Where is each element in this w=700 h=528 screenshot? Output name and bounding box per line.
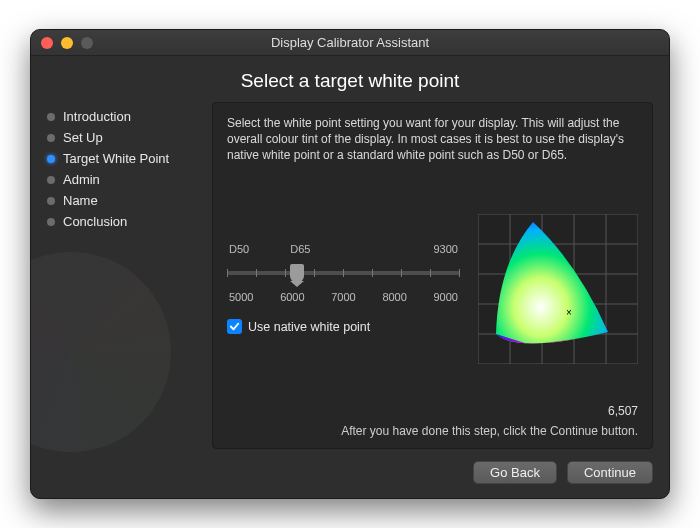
tick-label: D65 (290, 243, 310, 255)
step-dot-icon (47, 113, 55, 121)
sidebar-item-label: Introduction (63, 109, 131, 124)
gamut-diagram: × (478, 214, 638, 364)
tick-label: 7000 (331, 291, 355, 303)
tick-label: 6000 (280, 291, 304, 303)
sidebar-item-label: Name (63, 193, 98, 208)
description-text: Select the white point setting you want … (227, 115, 638, 164)
slider-bottom-labels: 5000 6000 7000 8000 9000 (229, 291, 458, 303)
tick-label: 9300 (434, 243, 458, 255)
sidebar: Introduction Set Up Target White Point A… (47, 102, 212, 449)
svg-text:×: × (566, 307, 572, 318)
continue-button[interactable]: Continue (567, 461, 653, 484)
maximize-icon (81, 37, 93, 49)
sidebar-item-setup: Set Up (47, 127, 212, 148)
tick-label: D50 (229, 243, 249, 255)
traffic-lights (31, 37, 93, 49)
sidebar-item-target-white-point: Target White Point (47, 148, 212, 169)
step-dot-icon (47, 134, 55, 142)
sidebar-item-label: Set Up (63, 130, 103, 145)
titlebar: Display Calibrator Assistant (31, 30, 669, 56)
step-dot-icon (47, 176, 55, 184)
sidebar-item-introduction: Introduction (47, 106, 212, 127)
go-back-button[interactable]: Go Back (473, 461, 557, 484)
whitepoint-slider-group: D50 D65 9300 (227, 243, 460, 334)
page-title: Select a target white point (31, 56, 669, 102)
footer: Go Back Continue (31, 449, 669, 498)
native-whitepoint-checkbox[interactable] (227, 319, 242, 334)
close-icon[interactable] (41, 37, 53, 49)
sidebar-item-conclusion: Conclusion (47, 211, 212, 232)
step-dot-icon (47, 155, 55, 163)
step-dot-icon (47, 197, 55, 205)
continue-hint: After you have done this step, click the… (227, 424, 638, 438)
main-panel: Select the white point setting you want … (212, 102, 653, 449)
sidebar-item-label: Conclusion (63, 214, 127, 229)
minimize-icon[interactable] (61, 37, 73, 49)
whitepoint-slider[interactable] (227, 261, 460, 285)
sidebar-item-name: Name (47, 190, 212, 211)
sidebar-item-label: Target White Point (63, 151, 169, 166)
tick-label: 9000 (434, 291, 458, 303)
slider-top-labels: D50 D65 9300 (229, 243, 458, 255)
tick-label: 5000 (229, 291, 253, 303)
step-dot-icon (47, 218, 55, 226)
slider-thumb[interactable] (290, 264, 304, 282)
sidebar-item-admin: Admin (47, 169, 212, 190)
whitepoint-readout: 6,507 (227, 404, 638, 418)
checkbox-label: Use native white point (248, 320, 370, 334)
tick-label: 8000 (382, 291, 406, 303)
window-title: Display Calibrator Assistant (31, 35, 669, 50)
check-icon (229, 321, 240, 332)
window: Display Calibrator Assistant Select a ta… (30, 29, 670, 499)
sidebar-item-label: Admin (63, 172, 100, 187)
